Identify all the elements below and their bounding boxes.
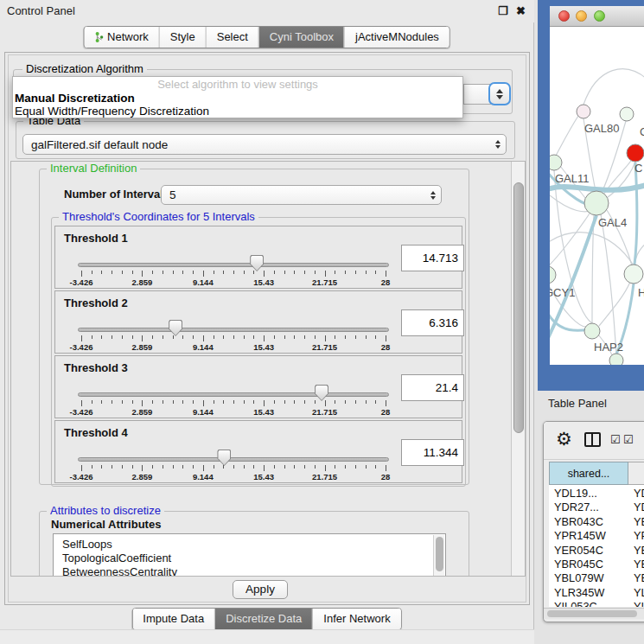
- checkbox-icon[interactable]: ☑: [610, 433, 621, 446]
- slider-tick: [386, 465, 386, 471]
- cell-name: YBR0: [634, 515, 644, 528]
- threshold-value-field[interactable]: 21.4: [401, 374, 464, 401]
- column-header-shared-name[interactable]: shared...: [549, 462, 628, 485]
- table-data-combobox[interactable]: galFiltered.sif default node: [22, 134, 507, 155]
- cell-shared-name: YBL079W: [554, 571, 604, 584]
- gear-icon[interactable]: ⚙: [556, 429, 572, 450]
- threshold-slider-track[interactable]: [78, 263, 389, 267]
- slider-tick-label: -3.426: [70, 407, 93, 417]
- slider-tick-label: 2.859: [132, 342, 153, 352]
- network-node[interactable]: [584, 191, 609, 215]
- network-node[interactable]: [609, 354, 623, 365]
- table-row[interactable]: YBR045CYBR0: [549, 558, 644, 571]
- tab-network[interactable]: Network: [84, 27, 159, 48]
- dropdown-item[interactable]: Manual Discretization: [15, 92, 462, 105]
- mac-zoom-button[interactable]: [594, 10, 605, 22]
- column-header-name[interactable]: na: [628, 462, 644, 485]
- network-node[interactable]: [627, 144, 644, 162]
- network-node[interactable]: [620, 107, 634, 121]
- threshold-value-field[interactable]: 14.713: [401, 245, 464, 271]
- close-icon[interactable]: ✖: [516, 4, 526, 17]
- table-horizontal-scrollbar[interactable]: [544, 608, 644, 619]
- attribute-list-item[interactable]: SelfLoops: [54, 538, 445, 552]
- numerical-attributes-list[interactable]: SelfLoopsTopologicalCoefficientBetweenne…: [53, 533, 446, 577]
- table-row[interactable]: YBL079WYBL0: [549, 571, 644, 585]
- apply-button[interactable]: Apply: [233, 580, 288, 599]
- threshold-row: Threshold 3-3.4262.8599.14415.4321.71528…: [54, 355, 462, 418]
- attribute-list-item[interactable]: BetweennessCentrality: [54, 565, 445, 577]
- algorithm-dropdown-popup: Select algorithm to view settings Manual…: [12, 76, 463, 118]
- tab-cyni-toolbox[interactable]: Cyni Toolbox: [258, 27, 344, 48]
- threshold-slider-thumb[interactable]: [169, 320, 182, 336]
- bottom-tab-impute-data[interactable]: Impute Data: [132, 609, 214, 629]
- attributes-group-title: Attributes to discretize: [47, 504, 164, 517]
- threshold-slider-thumb[interactable]: [315, 385, 328, 401]
- cell-shared-name: YER054C: [554, 544, 603, 557]
- slider-tick: [182, 465, 183, 469]
- slider-tick: [264, 465, 265, 471]
- network-edge: [599, 282, 630, 326]
- table-row[interactable]: YDL19...YDL1: [549, 487, 644, 501]
- threshold-slider-track[interactable]: [78, 328, 389, 332]
- threshold-slider-track[interactable]: [78, 457, 389, 462]
- table-row[interactable]: YIL053CYIL0: [549, 600, 644, 607]
- threshold-slider-track[interactable]: [78, 392, 389, 397]
- slider-tick-label: 28: [381, 407, 391, 417]
- slider-tick: [304, 400, 305, 404]
- network-node[interactable]: [584, 323, 600, 339]
- settings-scrollbar-thumb[interactable]: [513, 182, 524, 433]
- mac-minimize-button[interactable]: [576, 10, 587, 22]
- cell-name: YDR2: [634, 501, 644, 513]
- table-row[interactable]: YBR043CYBR0: [549, 515, 644, 529]
- algorithm-combobox[interactable]: [463, 84, 491, 105]
- dropdown-item[interactable]: Equal Width/Frequency Discretization: [15, 105, 462, 118]
- attribute-list-item[interactable]: TopologicalCoefficient: [54, 552, 445, 565]
- tab-style[interactable]: Style: [159, 27, 206, 48]
- slider-tick-label: 15.43: [253, 277, 274, 287]
- attributes-list-scrollbar-thumb[interactable]: [436, 537, 443, 571]
- network-edge: [550, 214, 590, 267]
- slider-tick: [122, 271, 123, 274]
- checkbox-icon[interactable]: ☑: [623, 433, 634, 446]
- slider-tick: [345, 271, 346, 274]
- settings-vertical-scrollbar[interactable]: [511, 162, 526, 577]
- slider-tick: [81, 271, 82, 277]
- float-icon[interactable]: ❒: [498, 4, 508, 17]
- tab-select[interactable]: Select: [206, 27, 258, 48]
- slider-tick: [101, 335, 102, 339]
- threshold-slider-thumb[interactable]: [217, 450, 231, 466]
- num-intervals-combobox[interactable]: 5: [161, 185, 442, 205]
- slider-tick: [223, 335, 224, 339]
- tab-jactivemnodules[interactable]: jActiveMNodules: [344, 27, 450, 48]
- network-edge-highlighted: [634, 163, 637, 265]
- slider-tick: [203, 465, 204, 471]
- attributes-list-scrollbar[interactable]: [433, 535, 444, 577]
- network-node[interactable]: [550, 155, 562, 170]
- table-row[interactable]: YLR345WYLR3: [549, 586, 644, 600]
- bottom-tab-infer-network[interactable]: Infer Network: [312, 609, 400, 629]
- slider-tick: [355, 400, 356, 404]
- slider-tick: [152, 271, 153, 274]
- network-node[interactable]: [624, 265, 643, 284]
- node-label: C: [634, 162, 642, 175]
- threshold-slider-thumb[interactable]: [250, 255, 264, 271]
- columns-icon[interactable]: [584, 432, 601, 447]
- slider-tick: [203, 271, 204, 277]
- network-canvas[interactable]: GAL80GACGAL11GAL4GCY1HHAP2: [550, 27, 644, 365]
- network-node[interactable]: [577, 105, 590, 118]
- threshold-label: Threshold 2: [64, 296, 128, 309]
- mac-close-button[interactable]: [558, 10, 570, 22]
- table-row[interactable]: YDR27...YDR2: [549, 501, 644, 514]
- threshold-value-field[interactable]: 11.344: [401, 439, 464, 466]
- bottom-tab-discretize-data[interactable]: Discretize Data: [214, 609, 312, 629]
- algorithm-combobox-button[interactable]: [488, 82, 511, 105]
- table-panel-window: ⚙ ☑ ☑ shared... na YDL19...YDL1YDR27...Y…: [543, 421, 644, 622]
- table-row[interactable]: YER054CYER0: [549, 544, 644, 558]
- threshold-value-field[interactable]: 6.316: [401, 309, 464, 336]
- network-node[interactable]: [550, 266, 556, 284]
- table-hscrollbar-thumb[interactable]: [547, 610, 637, 617]
- slider-tick: [173, 271, 174, 274]
- table-row[interactable]: YPR145WYPR1: [549, 529, 644, 543]
- slider-tick-label: 28: [381, 472, 391, 481]
- network-window-titlebar[interactable]: [550, 6, 644, 27]
